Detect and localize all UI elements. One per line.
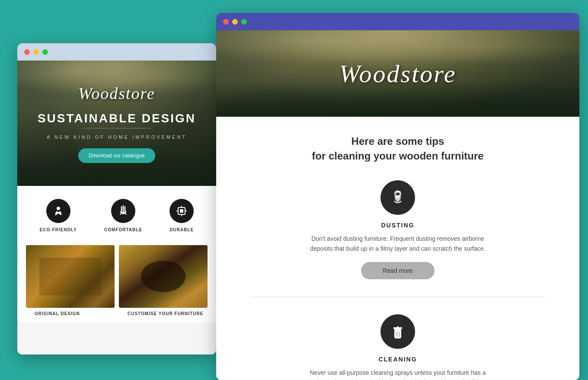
durable-icon	[169, 199, 194, 223]
dusting-icon	[380, 180, 415, 215]
tip-cleaning-section: CLEANING Never use all-purpose cleaning …	[251, 314, 545, 380]
feature-durable: DURABLE	[169, 199, 194, 232]
left-email-template: Woodstore SUSTAINABLE DESIGN A NEW KIND …	[17, 61, 216, 354]
right-browser-content: Woodstore Here are some tips for cleanin…	[216, 30, 579, 380]
svg-rect-2	[180, 209, 183, 213]
cleaning-text: Never use all-purpose cleaning sprays un…	[303, 368, 493, 380]
hero-divider	[82, 128, 151, 128]
tip-dusting-section: DUSTING Don't avoid dusting furniture. F…	[251, 180, 545, 279]
right-maximize-button[interactable]	[241, 19, 247, 25]
svg-point-0	[57, 207, 60, 210]
cleaning-icon	[380, 314, 415, 349]
original-design-image	[26, 245, 115, 308]
left-hero-subtitle: A NEW KIND OF HOME IMPROVEMENT	[47, 134, 187, 140]
feature-eco-friendly: ECO-FRIENDLY	[40, 199, 77, 232]
customise-furniture-image	[119, 245, 208, 308]
left-cta-button[interactable]: Download our catalogue	[78, 148, 155, 163]
original-design-label: ORIGINAL DESIGN	[26, 311, 115, 318]
left-browser-window: Woodstore SUSTAINABLE DESIGN A NEW KIND …	[17, 43, 216, 354]
feature-comfortable: COMFORTABLE	[104, 199, 142, 232]
left-hero-section: Woodstore SUSTAINABLE DESIGN A NEW KIND …	[17, 61, 216, 186]
left-titlebar	[17, 43, 216, 61]
right-minimize-button[interactable]	[232, 19, 238, 25]
right-email-template: Woodstore Here are some tips for cleanin…	[216, 30, 579, 380]
dusting-text: Don't avoid dusting furniture. Frequent …	[303, 234, 493, 253]
left-browser-content: Woodstore SUSTAINABLE DESIGN A NEW KIND …	[17, 61, 216, 354]
dusting-title: DUSTING	[381, 222, 415, 229]
image-card-original: ORIGINAL DESIGN	[26, 245, 115, 318]
customise-furniture-label: CUSTOMISE YOUR FURNITURE	[119, 311, 208, 318]
left-hero-title: SUSTAINABLE DESIGN	[38, 112, 196, 125]
comfortable-icon	[111, 199, 135, 223]
comfortable-label: COMFORTABLE	[104, 227, 142, 232]
durable-label: DURABLE	[169, 227, 194, 232]
left-close-button[interactable]	[24, 49, 30, 55]
left-images-section: ORIGINAL DESIGN CUSTOMISE YOUR FURNITURE	[17, 245, 216, 322]
tips-heading: Here are some tips for cleaning your woo…	[251, 134, 545, 163]
cleaning-title: CLEANING	[378, 356, 417, 363]
right-close-button[interactable]	[223, 19, 229, 25]
left-maximize-button[interactable]	[42, 49, 48, 55]
left-logo: Woodstore	[78, 84, 155, 103]
eco-friendly-label: ECO-FRIENDLY	[40, 227, 77, 232]
right-browser-window: Woodstore Here are some tips for cleanin…	[216, 13, 579, 380]
image-cards-container: ORIGINAL DESIGN CUSTOMISE YOUR FURNITURE	[26, 245, 208, 318]
right-logo: Woodstore	[339, 59, 457, 88]
dusting-read-more-button[interactable]: Read more	[361, 262, 434, 279]
left-minimize-button[interactable]	[33, 49, 39, 55]
right-body-section: Here are some tips for cleaning your woo…	[216, 117, 579, 380]
tip-divider-1	[251, 297, 545, 297]
right-hero-section: Woodstore	[216, 30, 579, 117]
left-features-section: ECO-FRIENDLY COMFORTABLE	[17, 186, 216, 245]
svg-rect-9	[393, 327, 402, 329]
right-titlebar	[216, 13, 579, 30]
eco-friendly-icon	[46, 199, 70, 223]
image-card-customise: CUSTOMISE YOUR FURNITURE	[119, 245, 208, 318]
